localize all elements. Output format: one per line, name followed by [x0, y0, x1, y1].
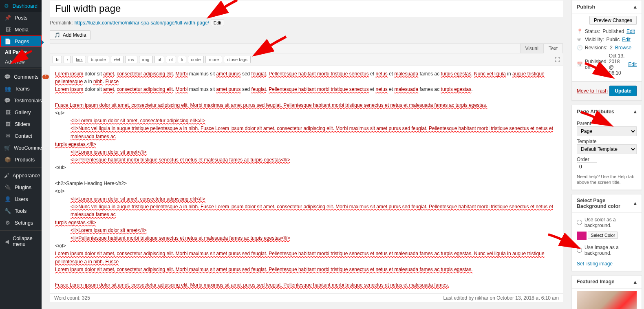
menu-icon: ⚙	[4, 3, 9, 9]
sidebar-item-media[interactable]: 🖼Media	[0, 24, 42, 35]
sidebar-item-users[interactable]: 👤Users	[0, 193, 42, 205]
menu-icon: 📄	[4, 38, 11, 44]
menu-icon: 🖌	[4, 172, 9, 179]
menu-label: Dashboard	[13, 3, 37, 9]
menu-label: Collapse menu	[13, 236, 37, 247]
word-count-label: Word count:	[54, 295, 82, 301]
background-heading[interactable]: Select Page Background color▴	[572, 194, 642, 213]
menu-icon: 🛒	[4, 145, 11, 151]
order-label: Order	[577, 157, 637, 162]
sidebar-item-woocommerce[interactable]: 🛒WooCommerce	[0, 142, 42, 154]
menu-icon: 👤	[4, 196, 11, 202]
content-textarea[interactable]: Lorem ipsum dolor sit amet, consectetur …	[50, 66, 563, 293]
qt-img[interactable]: img	[139, 56, 153, 63]
sidebar-item-settings[interactable]: ⚙Settings	[0, 217, 42, 229]
publish-heading[interactable]: Publish▴	[572, 0, 642, 13]
menu-icon: ⚙	[4, 220, 11, 226]
qt-ul[interactable]: ul	[154, 56, 165, 63]
sidebar-item-comments[interactable]: 💬Comments1	[0, 71, 42, 83]
color-swatch	[577, 232, 587, 240]
template-select[interactable]: Default Template	[577, 144, 637, 154]
menu-icon: 💬	[4, 97, 11, 104]
sidebar-item-dashboard[interactable]: ⚙Dashboard	[0, 0, 42, 12]
set-listing-image-link[interactable]: Set listing image	[577, 261, 613, 267]
sidebar-item-tools[interactable]: 🔧Tools	[0, 205, 42, 217]
qt-ol[interactable]: ol	[166, 56, 176, 63]
media-icon: 🎵	[54, 32, 60, 38]
main-content: Permalink: https://luzuk.com/demo/nikhar…	[42, 0, 571, 309]
publish-box: Publish▴ Preview Changes 📍Status: Publis…	[571, 0, 642, 101]
menu-icon: 👥	[4, 86, 11, 92]
sidebar-item-collapse-menu[interactable]: ◀Collapse menu	[0, 233, 42, 250]
parent-select[interactable]: Page	[577, 126, 637, 136]
menu-label: Teams	[15, 86, 30, 92]
sidebar-item-sliders[interactable]: 🖼Sliders	[0, 118, 42, 130]
qt-more[interactable]: more	[205, 56, 222, 63]
update-button[interactable]: Update	[609, 86, 637, 96]
menu-label: Gallery	[15, 110, 31, 115]
menu-label: Comments	[14, 74, 38, 80]
menu-label: Testimonials	[14, 98, 42, 104]
menu-icon: ✉	[4, 133, 11, 139]
help-text: Need help? Use the Help tab above the sc…	[577, 174, 637, 185]
sidebar-item-posts[interactable]: 📌Posts	[0, 12, 42, 24]
admin-sidebar: ⚙Dashboard📌Posts🖼Media📄PagesAll PagesAdd…	[0, 0, 42, 309]
qt-i[interactable]: i	[64, 56, 71, 63]
permalink-edit-button[interactable]: Edit	[211, 20, 224, 26]
menu-label: Users	[15, 196, 28, 202]
qt-bquote[interactable]: b-quote	[88, 56, 109, 63]
tab-text[interactable]: Text	[543, 44, 563, 53]
parent-label: Parent	[577, 121, 637, 126]
add-media-button[interactable]: 🎵Add Media	[50, 30, 90, 40]
sidebar-item-plugins[interactable]: 🔌Plugins	[0, 181, 42, 193]
qt-li[interactable]: li	[178, 56, 186, 63]
sidebar-item-testimonials[interactable]: 💬Testimonials	[0, 95, 42, 106]
page-attributes-heading[interactable]: Page Attributes▴	[572, 105, 642, 118]
menu-label: Appearance	[13, 173, 40, 179]
toggle-icon: ▴	[634, 200, 637, 206]
revisions-browse-link[interactable]: Browse	[615, 45, 631, 51]
menu-label: Plugins	[15, 185, 31, 190]
bg-image-radio[interactable]: Use Image as a background.	[577, 243, 637, 258]
menu-label: Posts	[15, 15, 27, 21]
sidebar-sub-all-pages[interactable]: All Pages	[0, 47, 42, 57]
menu-icon: ◀	[4, 238, 9, 245]
sidebar-item-products[interactable]: 📦Products	[0, 154, 42, 166]
qt-close[interactable]: close tags	[224, 56, 251, 63]
menu-label: Products	[15, 157, 35, 163]
sidebar-item-gallery[interactable]: 🖼Gallery	[0, 106, 42, 118]
fullscreen-icon[interactable]: ⛶	[554, 56, 560, 63]
order-input[interactable]	[577, 162, 597, 171]
sidebar-item-appearance[interactable]: 🖌Appearance	[0, 170, 42, 181]
toggle-icon: ▴	[634, 279, 637, 285]
sidebar-item-pages[interactable]: 📄Pages	[0, 35, 42, 47]
permalink-url[interactable]: https://luzuk.com/demo/nikhar-spa-salon/…	[75, 20, 209, 26]
qt-del[interactable]: del	[111, 56, 124, 63]
qt-ins[interactable]: ins	[125, 56, 137, 63]
preview-button[interactable]: Preview Changes	[589, 16, 637, 25]
cal-icon: 📅	[577, 62, 582, 67]
menu-icon: 📦	[4, 157, 11, 163]
move-to-trash-link[interactable]: Move to Trash	[577, 88, 608, 94]
select-color-button[interactable]: Select Color	[588, 232, 618, 239]
sidebar-item-teams[interactable]: 👥Teams	[0, 83, 42, 95]
menu-icon: 🖼	[4, 121, 11, 127]
bg-color-radio[interactable]: Use color as a background.	[577, 215, 637, 230]
page-title-input[interactable]	[50, 0, 563, 17]
key-icon: 📍	[577, 29, 582, 34]
qt-code[interactable]: code	[188, 56, 204, 63]
featured-image-thumb[interactable]	[577, 291, 637, 309]
featured-image-heading[interactable]: Featured Image▴	[572, 276, 642, 289]
word-count: 325	[82, 295, 90, 301]
page-attributes-box: Page Attributes▴ Parent Page Template De…	[571, 105, 642, 190]
status-edit-link[interactable]: Edit	[626, 29, 635, 34]
toggle-icon: ▴	[634, 4, 637, 10]
sidebar-item-contact[interactable]: ✉Contact	[0, 130, 42, 142]
tab-visual[interactable]: Visual	[520, 44, 544, 53]
qt-link[interactable]: link	[73, 56, 86, 63]
template-label: Template	[577, 139, 637, 144]
sidebar-sub-add-new[interactable]: Add New	[0, 57, 42, 67]
qt-b[interactable]: b	[53, 56, 62, 63]
visibility-edit-link[interactable]: Edit	[622, 37, 631, 42]
published-edit-link[interactable]: Edit	[628, 62, 637, 67]
